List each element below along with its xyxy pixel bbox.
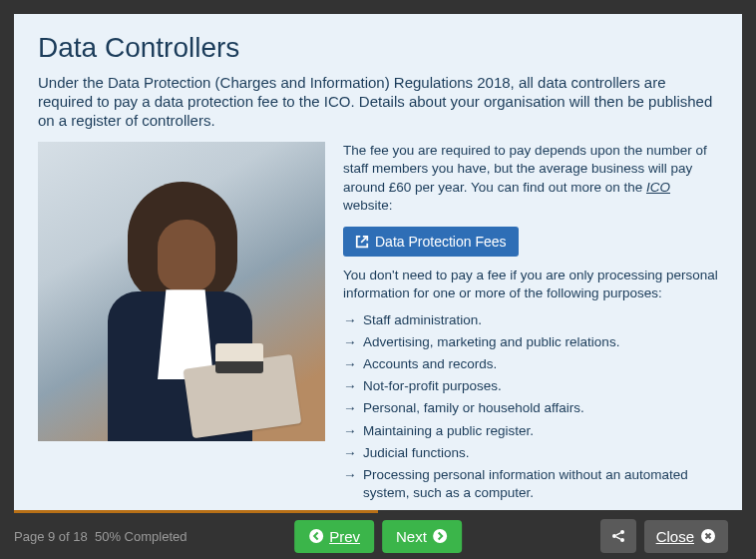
- page-title: Data Controllers: [38, 32, 718, 64]
- list-item: Not-for-profit purposes.: [343, 377, 718, 395]
- svg-point-4: [620, 538, 624, 542]
- list-item: Accounts and records.: [343, 355, 718, 373]
- close-label: Close: [656, 528, 694, 545]
- next-button[interactable]: Next: [382, 520, 462, 553]
- svg-point-1: [433, 529, 447, 543]
- lead-paragraph: Under the Data Protection (Charges and I…: [38, 74, 718, 130]
- fee-intro: The fee you are required to pay depends …: [343, 142, 718, 215]
- external-link-icon: [355, 235, 369, 249]
- list-item: Staff administration.: [343, 311, 718, 329]
- next-label: Next: [396, 528, 427, 545]
- svg-point-0: [309, 529, 323, 543]
- settings-button[interactable]: [600, 519, 636, 553]
- list-item: Advertising, marketing and public relati…: [343, 333, 718, 351]
- illustration-photo: [38, 142, 325, 441]
- exemption-list: Staff administration. Advertising, marke…: [343, 311, 718, 513]
- list-item: Personal, family or household affairs.: [343, 399, 718, 417]
- close-button[interactable]: Close: [644, 520, 728, 553]
- list-item: Judicial functions.: [343, 444, 718, 462]
- ico-link[interactable]: ICO: [646, 180, 670, 195]
- fee-button-label: Data Protection Fees: [375, 234, 507, 250]
- exempt-intro: You don't need to pay a fee if you are o…: [343, 267, 718, 302]
- chevron-right-circle-icon: [432, 528, 448, 544]
- prev-button[interactable]: Prev: [294, 520, 374, 553]
- page-status: Page 9 of 18 50% Completed: [14, 529, 187, 544]
- share-icon: [610, 528, 626, 544]
- list-item: Maintaining a public register.: [343, 422, 718, 440]
- list-item: Processing personal information without …: [343, 466, 718, 502]
- prev-label: Prev: [329, 528, 360, 545]
- svg-point-3: [620, 530, 624, 534]
- data-protection-fees-button[interactable]: Data Protection Fees: [343, 227, 519, 257]
- svg-point-2: [612, 534, 616, 538]
- close-circle-icon: [700, 528, 716, 544]
- chevron-left-circle-icon: [308, 528, 324, 544]
